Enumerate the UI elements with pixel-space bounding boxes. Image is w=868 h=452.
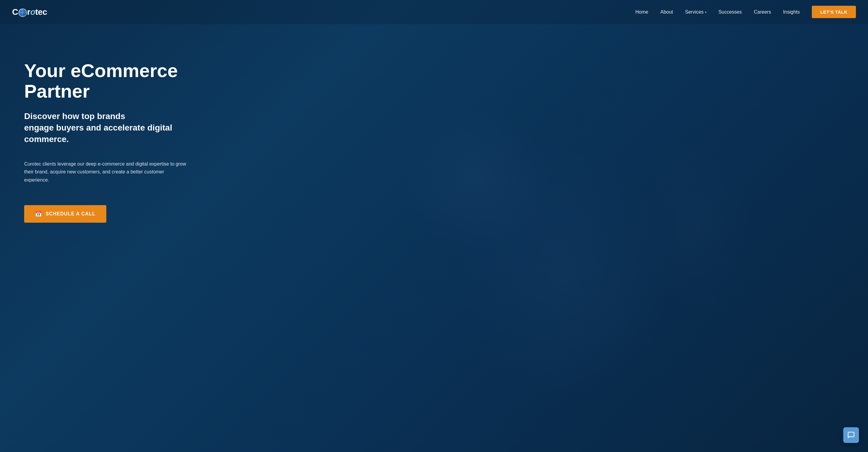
nav-link-careers[interactable]: Careers <box>754 9 771 14</box>
chat-bubble-button[interactable] <box>843 427 859 443</box>
calendar-icon: 📅 <box>35 211 42 217</box>
chat-icon <box>847 431 855 439</box>
nav-link-successes[interactable]: Successes <box>718 9 742 14</box>
nav-item-home[interactable]: Home <box>636 9 648 15</box>
nav-item-cta[interactable]: LET'S TALK <box>812 9 856 15</box>
nav-link-about[interactable]: About <box>660 9 673 14</box>
nav-link-services-label: Services <box>685 9 704 15</box>
nav-cta-button[interactable]: LET'S TALK <box>812 6 856 18</box>
nav-links: Home About Services ▾ Successes Careers … <box>636 9 856 15</box>
hero-subtitle: Discover how top brandsengage buyers and… <box>24 111 187 145</box>
hero-description: Curotec clients leverage our deep e-comm… <box>24 160 187 184</box>
nav-link-home[interactable]: Home <box>636 9 648 14</box>
nav-link-services[interactable]: Services ▾ <box>685 9 706 15</box>
logo-text-part: o <box>30 7 35 17</box>
nav-item-about[interactable]: About <box>660 9 673 15</box>
logo[interactable]: Crotec <box>12 7 47 17</box>
nav-item-insights[interactable]: Insights <box>783 9 800 15</box>
logo-text: Crotec <box>12 7 47 17</box>
navbar: Crotec Home About Services ▾ Successes C… <box>0 0 868 24</box>
nav-item-services[interactable]: Services ▾ <box>685 9 706 15</box>
hero-section: Crotec Home About Services ▾ Successes C… <box>0 0 868 452</box>
nav-link-insights[interactable]: Insights <box>783 9 800 14</box>
schedule-call-label: SCHEDULE A CALL <box>45 211 95 217</box>
logo-globe-icon <box>19 8 27 17</box>
hero-content: Your eCommerce Partner Discover how top … <box>0 24 211 247</box>
nav-item-careers[interactable]: Careers <box>754 9 771 15</box>
hero-title: Your eCommerce Partner <box>24 60 187 101</box>
nav-item-successes[interactable]: Successes <box>718 9 742 15</box>
schedule-call-button[interactable]: 📅 SCHEDULE A CALL <box>24 205 106 223</box>
chevron-down-icon: ▾ <box>705 10 706 14</box>
